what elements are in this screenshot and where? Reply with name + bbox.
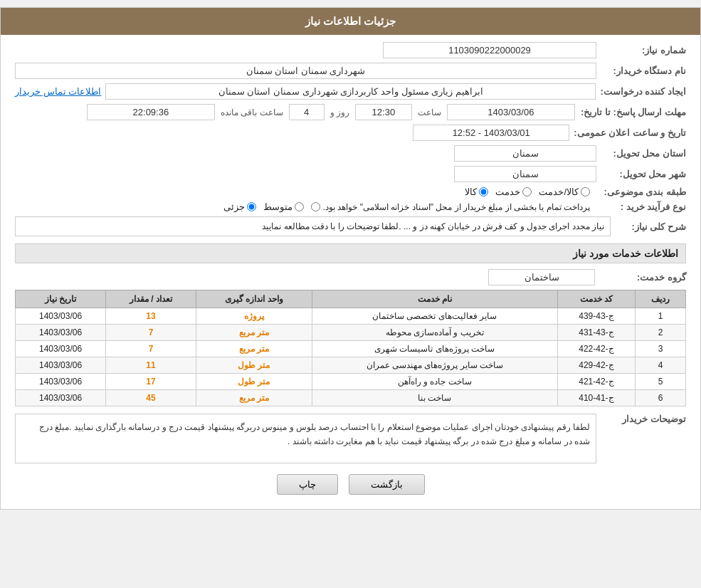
radio-jozi-input[interactable] xyxy=(247,202,256,211)
category-label: طبقه بندی موضوعی: xyxy=(601,187,686,197)
ijad-link[interactable]: اطلاعات تماس خریدار xyxy=(15,86,101,97)
tarikh-row: تاریخ و ساعت اعلان عمومی: 1403/03/01 - 1… xyxy=(15,125,686,141)
radio-motavas[interactable]: متوسط xyxy=(263,201,304,212)
ijad-label: ایجاد کننده درخواست: xyxy=(600,86,686,97)
category-row: طبقه بندی موضوعی: کالا/خدمت خدمت کالا xyxy=(15,187,686,197)
radio-kala-khadamat-input[interactable] xyxy=(581,187,590,196)
cell-name: سایر فعالیت‌های تخصصی ساختمان xyxy=(312,308,557,325)
category-options: کالا/خدمت خدمت کالا xyxy=(465,187,590,197)
dastgah-value: شهرداری سمنان استان سمنان xyxy=(15,63,596,79)
cell-date: 1403/03/06 xyxy=(16,308,106,325)
cell-qty: 13 xyxy=(106,308,196,325)
cell-unit: متر مربع xyxy=(196,390,312,406)
cell-date: 1403/03/06 xyxy=(16,325,106,341)
shahr-value: سمنان xyxy=(454,166,596,182)
shomara-row: شماره نیاز: 1103090222000029 xyxy=(15,42,686,58)
back-button[interactable]: بازگشت xyxy=(349,474,425,495)
process-row: نوع فرآیند خرید : پرداخت تمام یا بخشی از… xyxy=(15,201,686,212)
radio-kala-input[interactable] xyxy=(479,187,488,196)
radio-kala[interactable]: کالا xyxy=(465,187,488,197)
cell-name: ساخت بنا xyxy=(312,390,557,406)
radio-khadamat-input[interactable] xyxy=(522,187,532,196)
cell-unit: پروژه xyxy=(196,308,312,325)
mohlat-day-label: روز و xyxy=(330,107,349,117)
cell-radif: 4 xyxy=(636,357,686,374)
table-wrapper: ردیف کد خدمت نام خدمت واحد اندازه گیری ت… xyxy=(15,290,686,406)
shahr-row: شهر محل تحویل: سمنان xyxy=(15,166,686,182)
sharh-value: نیاز مجدد اجرای جدول و کف فرش در خیابان … xyxy=(15,216,611,236)
cell-date: 1403/03/06 xyxy=(16,374,106,390)
ostan-label: استان محل تحویل: xyxy=(601,148,686,159)
cell-radif: 6 xyxy=(636,390,686,406)
radio-jozi-label: جزئی xyxy=(223,201,245,212)
ijad-value: ابراهیم زیاری مسئول واحد کاربردازی شهردا… xyxy=(105,83,596,100)
radio-kala-khadamat[interactable]: کالا/خدمت xyxy=(539,187,590,197)
buttons-row: بازگشت چاپ xyxy=(15,474,686,495)
mohlat-row: مهلت ارسال پاسخ: تا تاریخ: 1403/03/06 سا… xyxy=(15,104,686,120)
radio-motavas-input[interactable] xyxy=(295,202,304,211)
table-row: 4 ج-42-429 ساخت سایر پروژه‌های مهندسی عم… xyxy=(16,357,686,374)
col-name: نام خدمت xyxy=(312,290,557,308)
shahr-label: شهر محل تحویل: xyxy=(601,169,686,179)
tawziyat-label: توضیحات خریدار xyxy=(601,414,686,424)
cell-kod: ج-42-429 xyxy=(557,357,635,374)
radio-khadamat[interactable]: خدمت xyxy=(495,187,532,197)
cell-date: 1403/03/06 xyxy=(16,341,106,357)
group-label: گروه خدمت: xyxy=(601,272,686,283)
ostan-value: سمنان xyxy=(454,145,596,162)
sharh-row: شرح کلی نیاز: نیاز مجدد اجرای جدول و کف … xyxy=(15,216,686,236)
cell-name: ساخت جاده و راه‌آهن xyxy=(312,374,557,390)
mohlat-date: 1403/03/06 xyxy=(447,104,575,120)
col-radif: ردیف xyxy=(636,290,686,308)
tawziyat-row: توضیحات خریدار لطفا رقم پیشنهادی خودتان … xyxy=(15,414,686,463)
sharh-label: شرح کلی نیاز: xyxy=(615,221,686,232)
col-kod: کد خدمت xyxy=(557,290,635,308)
radio-kala-khadamat-label: کالا/خدمت xyxy=(539,187,579,197)
group-row: گروه خدمت: ساختمان xyxy=(15,269,686,285)
cell-kod: ج-43-439 xyxy=(557,308,635,325)
khadamat-section-title: اطلاعات خدمات مورد نیاز xyxy=(15,243,686,263)
print-button[interactable]: چاپ xyxy=(277,474,338,495)
content-area: شماره نیاز: 1103090222000029 نام دستگاه … xyxy=(1,35,700,509)
process-label: نوع فرآیند خرید : xyxy=(601,201,686,212)
cell-kod: ج-43-431 xyxy=(557,325,635,341)
table-row: 3 ج-42-422 ساخت پروژه‌های تاسیسات شهری م… xyxy=(16,341,686,357)
cell-kod: ج-41-410 xyxy=(557,390,635,406)
cell-radif: 3 xyxy=(636,341,686,357)
cell-unit: متر طول xyxy=(196,357,312,374)
cell-qty: 7 xyxy=(106,341,196,357)
cell-unit: متر مربع xyxy=(196,325,312,341)
page-header: جزئیات اطلاعات نیاز xyxy=(1,8,700,35)
radio-motavas-label: متوسط xyxy=(263,201,292,212)
col-unit: واحد اندازه گیری xyxy=(196,290,312,308)
shomara-label: شماره نیاز: xyxy=(601,45,686,56)
cell-unit: متر طول xyxy=(196,374,312,390)
cell-name: تخریب و آماده‌سازی محوطه xyxy=(312,325,557,341)
mohlat-label: مهلت ارسال پاسخ: تا تاریخ: xyxy=(581,107,686,117)
page-title: جزئیات اطلاعات نیاز xyxy=(305,15,396,27)
cell-qty: 45 xyxy=(106,390,196,406)
process-note-text: پرداخت تمام یا بخشی از مبلغ خریدار از مح… xyxy=(323,202,590,212)
cell-date: 1403/03/06 xyxy=(16,357,106,374)
radio-khadamat-label: خدمت xyxy=(495,187,520,197)
tarikh-value: 1403/03/01 - 12:52 xyxy=(413,125,569,141)
table-row: 1 ج-43-439 سایر فعالیت‌های تخصصی ساختمان… xyxy=(16,308,686,325)
process-options: پرداخت تمام یا بخشی از مبلغ خریدار از مح… xyxy=(223,201,590,212)
ostan-row: استان محل تحویل: سمنان xyxy=(15,145,686,162)
cell-qty: 7 xyxy=(106,325,196,341)
cell-radif: 2 xyxy=(636,325,686,341)
ijad-row: ایجاد کننده درخواست: ابراهیم زیاری مسئول… xyxy=(15,83,686,100)
cell-qty: 17 xyxy=(106,374,196,390)
cell-name: ساخت پروژه‌های تاسیسات شهری xyxy=(312,341,557,357)
radio-jozi[interactable]: جزئی xyxy=(223,201,256,212)
tawziyat-value: لطفا رقم پیشنهادی خودتان اجرای عملیات مو… xyxy=(15,414,596,463)
cell-kod: ج-42-422 xyxy=(557,341,635,357)
cell-unit: متر مربع xyxy=(196,341,312,357)
col-date: تاریخ نیاز xyxy=(16,290,106,308)
cell-kod: ج-42-421 xyxy=(557,374,635,390)
dastgah-row: نام دستگاه خریدار: شهرداری سمنان استان س… xyxy=(15,63,686,79)
table-row: 2 ج-43-431 تخریب و آماده‌سازی محوطه متر … xyxy=(16,325,686,341)
radio-process-khazan-input[interactable] xyxy=(311,202,320,211)
mohlat-days: 4 xyxy=(289,104,325,120)
mohlat-remaining: 22:09:36 xyxy=(87,104,215,120)
